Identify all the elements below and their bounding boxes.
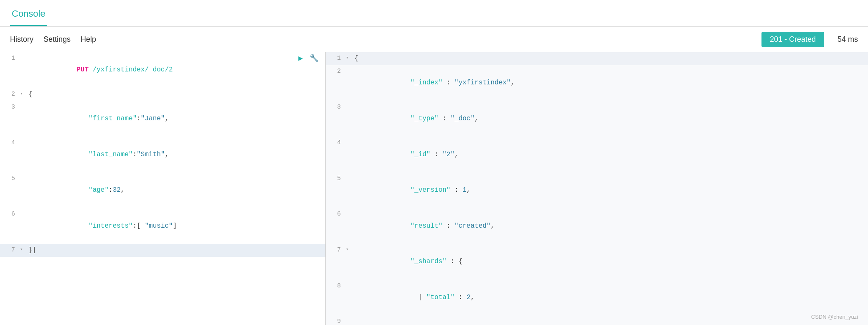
response-line-8: 8 | "total" : 2,	[326, 280, 868, 316]
run-icon[interactable]: ▶	[298, 52, 303, 65]
editor-line-1: 1 PUT /yxfirstindex/_doc/2 ▶ 🔧	[0, 52, 325, 88]
method-put: PUT	[76, 66, 89, 74]
editor-line-4: 4 "last_name":"Smith",	[0, 137, 325, 173]
line-toggle-2[interactable]: ▾	[20, 88, 27, 98]
line-content-2: {	[27, 88, 325, 101]
request-path: /yxfirstindex/_doc/2	[89, 66, 173, 74]
resp-content-3: "_type" : "_doc",	[353, 101, 868, 137]
resp-line-num-1: 1	[326, 52, 346, 64]
resp-content-1: {	[353, 52, 868, 65]
resp-content-6: "result" : "created",	[353, 208, 868, 244]
resp-line-num-6: 6	[326, 208, 346, 220]
line-toggle-3	[20, 101, 27, 111]
timing-badge: 54 ms	[838, 35, 858, 44]
resp-line-num-3: 3	[326, 101, 346, 113]
resp-toggle-8	[346, 280, 353, 290]
line-toggle-6	[20, 208, 27, 218]
response-code-area: 1 ▾ { 2 "_index" : "yxfirstindex", 3	[326, 52, 868, 325]
line-num-4: 4	[0, 137, 20, 148]
resp-toggle-3	[346, 101, 353, 111]
toolbar: History Settings Help 201 - Created 54 m…	[0, 27, 868, 52]
history-menu[interactable]: History	[10, 33, 33, 46]
editor-code-area: 1 PUT /yxfirstindex/_doc/2 ▶ 🔧 2 ▾ {	[0, 52, 325, 257]
resp-line-num-2: 2	[326, 65, 346, 77]
resp-content-7: "_shards" : {	[353, 244, 868, 280]
resp-line-num-7: 7	[326, 244, 346, 256]
resp-content-8: | "total" : 2,	[353, 280, 868, 316]
resp-toggle-6	[346, 208, 353, 218]
line-toggle-1	[20, 52, 27, 62]
resp-line-num-8: 8	[326, 280, 346, 292]
line-content-7: }|	[27, 244, 325, 257]
line-num-7: 7	[0, 244, 20, 256]
help-menu[interactable]: Help	[81, 33, 96, 46]
line-content-6: "interests":[ "music"]	[27, 208, 325, 244]
resp-toggle-1[interactable]: ▾	[346, 52, 353, 62]
status-badge: 201 - Created	[761, 32, 824, 47]
resp-toggle-2	[346, 65, 353, 75]
resp-content-2: "_index" : "yxfirstindex",	[353, 65, 868, 101]
resp-line-num-5: 5	[326, 173, 346, 184]
line-toggle-7[interactable]: ▾	[20, 244, 27, 254]
response-line-3: 3 "_type" : "_doc",	[326, 101, 868, 137]
wrench-icon[interactable]: 🔧	[310, 52, 319, 65]
line-content-4: "last_name":"Smith",	[27, 137, 325, 173]
response-panel: 1 ▾ { 2 "_index" : "yxfirstindex", 3	[326, 52, 868, 325]
line-toggle-5	[20, 173, 27, 183]
main-content: 1 PUT /yxfirstindex/_doc/2 ▶ 🔧 2 ▾ {	[0, 52, 868, 325]
response-line-4: 4 "_id" : "2",	[326, 137, 868, 173]
response-line-7: 7 ▾ "_shards" : {	[326, 244, 868, 280]
response-line-9: 9 | "successful" : 1,	[326, 315, 868, 325]
line-num-1: 1	[0, 52, 20, 64]
footer-credit: CSDN @chen_yuzi	[811, 314, 858, 320]
settings-menu[interactable]: Settings	[43, 33, 71, 46]
resp-line-num-9: 9	[326, 315, 346, 325]
resp-toggle-7[interactable]: ▾	[346, 244, 353, 254]
line-content-1: PUT /yxfirstindex/_doc/2	[27, 52, 298, 88]
response-line-6: 6 "result" : "created",	[326, 208, 868, 244]
response-line-2: 2 "_index" : "yxfirstindex",	[326, 65, 868, 101]
tab-console[interactable]: Console	[10, 3, 47, 26]
response-line-1: 1 ▾ {	[326, 52, 868, 65]
line-content-3: "first_name":"Jane",	[27, 101, 325, 137]
resp-toggle-9	[346, 315, 353, 325]
line-num-3: 3	[0, 101, 20, 113]
response-line-5: 5 "_version" : 1,	[326, 173, 868, 208]
resp-toggle-5	[346, 173, 353, 183]
resp-content-9: | "successful" : 1,	[353, 315, 868, 325]
line-content-5: "age":32,	[27, 173, 325, 208]
resp-line-num-4: 4	[326, 137, 346, 148]
line-toggle-4	[20, 137, 27, 147]
editor-line-5: 5 "age":32,	[0, 173, 325, 208]
tab-bar: Console	[0, 0, 868, 27]
editor-line-7: 7 ▾ }|	[0, 244, 325, 257]
editor-actions: ▶ 🔧	[298, 52, 325, 65]
line-num-6: 6	[0, 208, 20, 220]
app-container: Console History Settings Help 201 - Crea…	[0, 0, 868, 325]
editor-line-3: 3 "first_name":"Jane",	[0, 101, 325, 137]
editor-line-2: 2 ▾ {	[0, 88, 325, 101]
editor-panel: 1 PUT /yxfirstindex/_doc/2 ▶ 🔧 2 ▾ {	[0, 52, 326, 325]
line-num-2: 2	[0, 88, 20, 100]
editor-line-6: 6 "interests":[ "music"]	[0, 208, 325, 244]
resp-toggle-4	[346, 137, 353, 147]
resp-content-5: "_version" : 1,	[353, 173, 868, 208]
line-num-5: 5	[0, 173, 20, 184]
resp-content-4: "_id" : "2",	[353, 137, 868, 173]
